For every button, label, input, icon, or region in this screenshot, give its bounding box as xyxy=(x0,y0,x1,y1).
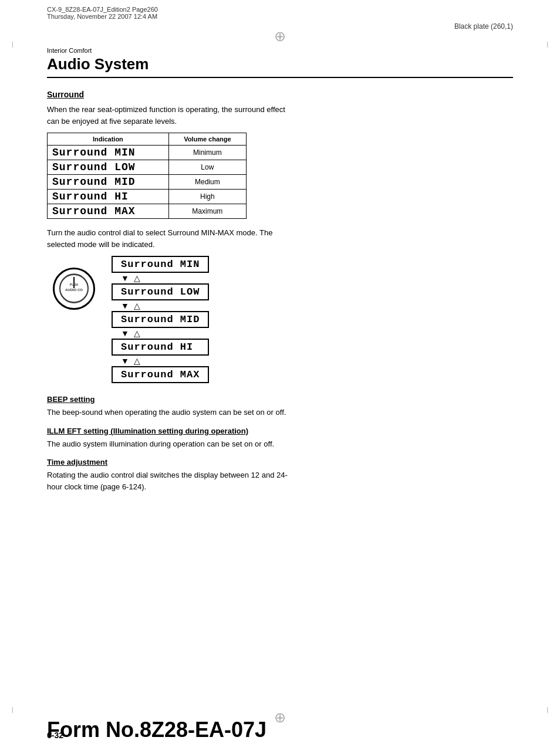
beep-section: BEEP setting The beep-sound when operati… xyxy=(47,395,294,418)
display-stack: Surround MIN▼△Surround LOW▼△Surround MID… xyxy=(112,256,209,383)
up-arrow: △ xyxy=(134,301,140,310)
corner-mark-tr: | xyxy=(546,41,548,48)
arrow-row-0: ▼△ xyxy=(112,273,209,283)
illm-section: ILLM EFT setting (Illumination setting d… xyxy=(47,427,294,450)
time-text: Rotating the audio control dial switches… xyxy=(47,469,294,492)
down-arrow: ▼ xyxy=(121,356,129,366)
table-cell-volume: High xyxy=(168,190,246,204)
up-arrow: △ xyxy=(134,329,140,338)
surround-heading: Surround xyxy=(47,90,513,99)
up-arrow: △ xyxy=(134,356,140,366)
table-row: Surround MAXMaximum xyxy=(48,204,247,219)
table-col2-header: Volume change xyxy=(168,133,246,146)
display-box-2: Surround MID xyxy=(112,311,209,328)
table-cell-indication: Surround MAX xyxy=(48,204,169,219)
up-arrow: △ xyxy=(134,273,140,283)
page-title: Audio System xyxy=(47,55,513,73)
top-crosshair: ⊕ xyxy=(274,29,286,43)
beep-heading: BEEP setting xyxy=(47,395,294,404)
display-box-1: Surround LOW xyxy=(112,283,209,300)
display-box-4: Surround MAX xyxy=(112,366,209,383)
table-cell-indication: Surround HI xyxy=(48,190,169,204)
diagram-section: AUDIO CO PUSH Surround MIN▼△Surround LOW… xyxy=(47,256,513,383)
section-label: Interior Comfort xyxy=(47,47,513,54)
table-row: Surround HIHigh xyxy=(48,190,247,204)
display-box-0: Surround MIN xyxy=(112,256,209,273)
date: Thursday, November 22 2007 12:4 AM xyxy=(47,13,158,20)
table-cell-indication: Surround MIN xyxy=(48,146,169,160)
title-divider xyxy=(47,77,513,78)
dial-container: AUDIO CO PUSH xyxy=(47,268,106,310)
down-arrow: ▼ xyxy=(121,301,129,310)
surround-instruction: Turn the audio control dial to select Su… xyxy=(47,227,294,250)
surround-intro: When the rear seat-optimized function is… xyxy=(47,104,294,127)
illm-heading: ILLM EFT setting (Illumination setting d… xyxy=(47,427,294,435)
down-arrow: ▼ xyxy=(121,273,129,283)
display-box-3: Surround HI xyxy=(112,339,209,356)
illm-text: The audio system illumination during ope… xyxy=(47,438,294,450)
svg-text:AUDIO CO: AUDIO CO xyxy=(65,288,83,292)
table-col1-header: Indication xyxy=(48,133,169,146)
table-row: Surround LOWLow xyxy=(48,160,247,175)
time-section: Time adjustment Rotating the audio contr… xyxy=(47,458,294,492)
audio-dial: AUDIO CO PUSH xyxy=(53,268,95,310)
black-plate: Black plate (260,1) xyxy=(454,22,513,31)
down-arrow: ▼ xyxy=(121,329,129,338)
dial-label: AUDIO CO PUSH xyxy=(58,272,90,305)
time-heading: Time adjustment xyxy=(47,458,294,466)
table-cell-indication: Surround MID xyxy=(48,175,169,190)
table-cell-volume: Low xyxy=(168,160,246,175)
arrow-row-1: ▼△ xyxy=(112,300,209,311)
surround-table: Indication Volume change Surround MINMin… xyxy=(47,133,247,219)
table-cell-volume: Minimum xyxy=(168,146,246,160)
table-row: Surround MIDMedium xyxy=(48,175,247,190)
svg-text:PUSH: PUSH xyxy=(70,283,78,286)
corner-mark-tl: | xyxy=(12,41,14,48)
filename: CX-9_8Z28-EA-07J_Edition2 Page260 xyxy=(47,6,158,13)
arrow-row-3: ▼△ xyxy=(112,356,209,366)
table-cell-volume: Medium xyxy=(168,175,246,190)
corner-mark-bl: | xyxy=(12,706,14,713)
beep-text: The beep-sound when operating the audio … xyxy=(47,407,294,418)
table-cell-volume: Maximum xyxy=(168,204,246,219)
form-number: Form No.8Z28-EA-07J xyxy=(47,718,266,742)
table-cell-indication: Surround LOW xyxy=(48,160,169,175)
arrow-row-2: ▼△ xyxy=(112,328,209,339)
table-row: Surround MINMinimum xyxy=(48,146,247,160)
corner-mark-br: | xyxy=(546,706,548,713)
page-footer: 6-32 Form No.8Z28-EA-07J xyxy=(47,731,513,742)
main-content: Interior Comfort Audio System Surround W… xyxy=(47,47,513,719)
page-header: CX-9_8Z28-EA-07J_Edition2 Page260 Thursd… xyxy=(47,6,158,20)
